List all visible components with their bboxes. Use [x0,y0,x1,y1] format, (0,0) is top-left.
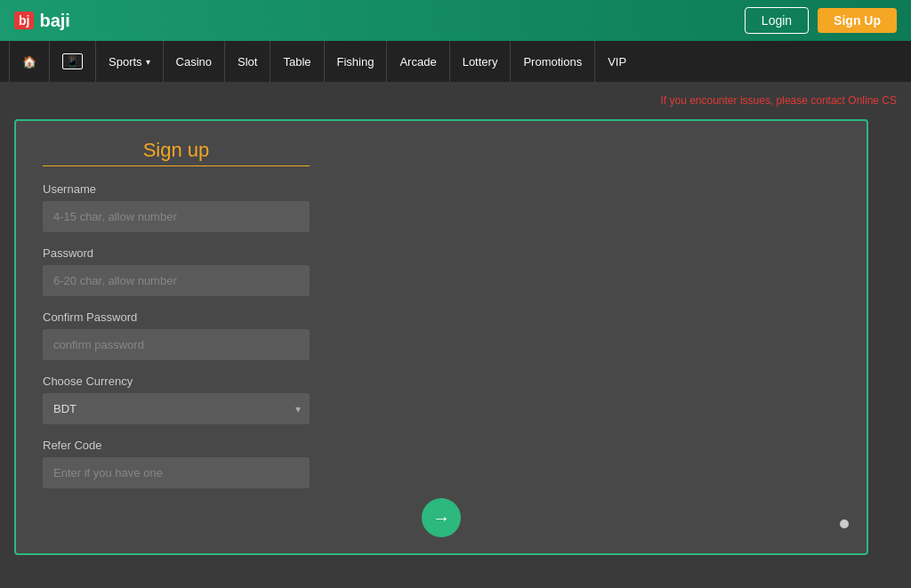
nav-item-mobile[interactable]: 📱 [50,41,96,82]
refer-code-field-group: Refer Code [43,439,310,488]
promotions-label: Promotions [523,55,582,68]
confirm-password-label: Confirm Password [43,310,310,324]
login-button[interactable]: Login [745,7,809,34]
table-label: Table [283,55,310,68]
nav-item-home[interactable]: 🏠 [9,41,50,82]
fishing-label: Fishing [337,55,375,68]
main-content: If you encounter issues, please contact … [0,82,911,562]
password-field-group: Password [43,246,310,296]
currency-select[interactable]: BDT USD EUR INR [43,393,310,424]
lottery-label: Lottery [463,55,498,68]
form-title-divider [43,165,310,166]
currency-label: Choose Currency [43,375,310,388]
username-label: Username [43,182,310,196]
header: bj baji Login Sign Up [0,0,911,41]
password-label: Password [43,246,310,260]
sports-label: Sports [109,55,142,68]
arrow-right-icon: → [432,508,450,528]
confirm-password-input[interactable] [43,329,310,360]
nav-item-vip[interactable]: VIP [595,41,639,82]
signup-form-container: Sign up Username Password Confirm Passwo… [14,119,868,555]
scroll-indicator-dot [840,520,849,528]
vip-label: VIP [608,55,626,68]
signup-button[interactable]: Sign Up [818,8,897,33]
confirm-password-field-group: Confirm Password [43,310,310,360]
sports-dropdown-icon: ▾ [146,57,150,67]
nav-item-fishing[interactable]: Fishing [325,41,388,82]
arcade-label: Arcade [399,55,436,68]
next-button[interactable]: → [422,498,461,537]
refer-code-label: Refer Code [43,439,310,452]
nav-item-sports[interactable]: Sports ▾ [96,41,164,82]
nav-item-table[interactable]: Table [270,41,324,82]
form-title: Sign up [43,139,310,162]
currency-select-wrapper: BDT USD EUR INR ▾ [43,393,310,424]
logo-bj: bj [14,12,34,29]
casino-label: Casino [176,55,212,68]
nav-item-arcade[interactable]: Arcade [387,41,449,82]
notice-text: If you encounter issues, please contact [660,94,844,107]
username-input[interactable] [43,201,310,232]
notice-bar: If you encounter issues, please contact … [14,89,897,112]
refer-code-input[interactable] [43,457,310,488]
username-field-group: Username [43,182,310,232]
nav-item-promotions[interactable]: Promotions [511,41,595,82]
nav-item-lottery[interactable]: Lottery [450,41,512,82]
currency-field-group: Choose Currency BDT USD EUR INR ▾ [43,375,310,424]
nav-item-slot[interactable]: Slot [225,41,270,82]
mobile-icon: 📱 [62,53,83,69]
form-inner: Sign up Username Password Confirm Passwo… [16,139,336,488]
home-icon: 🏠 [22,55,36,68]
logo-name: baji [39,11,69,31]
password-input[interactable] [43,265,310,296]
slot-label: Slot [238,55,257,68]
notice-link[interactable]: Online CS [848,94,897,107]
logo: bj baji [14,11,70,31]
navigation: 🏠 📱 Sports ▾ Casino Slot Table Fishing A… [0,41,911,82]
nav-item-casino[interactable]: Casino [164,41,225,82]
